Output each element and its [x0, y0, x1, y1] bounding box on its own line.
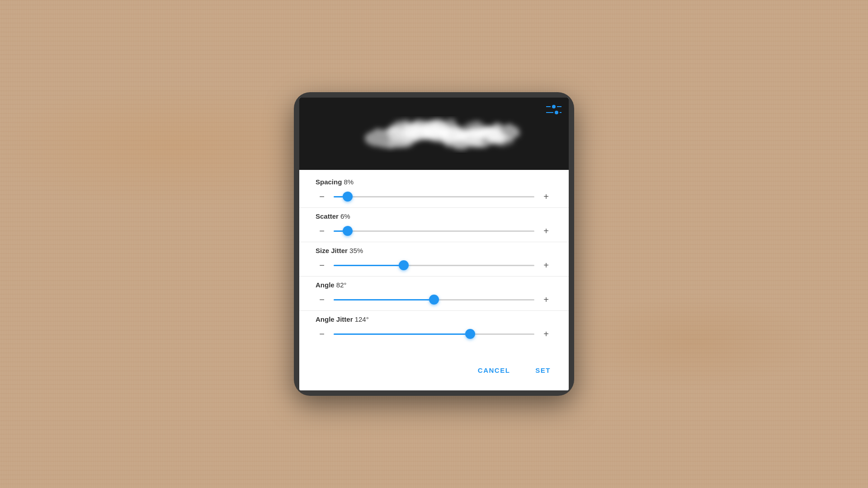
- spacing-slider[interactable]: [334, 190, 534, 203]
- angle-slider[interactable]: [334, 293, 534, 306]
- size-jitter-decrease[interactable]: −: [316, 259, 328, 272]
- size-jitter-label: Size Jitter 35%: [316, 247, 552, 254]
- dialog: Spacing 8% − + S: [299, 98, 569, 390]
- scatter-increase[interactable]: +: [540, 225, 552, 237]
- spacing-group: Spacing 8% − +: [299, 174, 569, 207]
- svg-point-14: [437, 129, 472, 141]
- angle-jitter-decrease[interactable]: −: [316, 328, 328, 340]
- size-jitter-group: Size Jitter 35% − +: [299, 242, 569, 276]
- angle-jitter-group: Angle Jitter 124° − +: [299, 311, 569, 345]
- spacing-increase[interactable]: +: [540, 190, 552, 203]
- svg-point-10: [387, 137, 414, 148]
- spacing-label: Spacing 8%: [316, 178, 552, 186]
- angle-increase[interactable]: +: [540, 293, 552, 306]
- angle-jitter-increase[interactable]: +: [540, 328, 552, 340]
- scatter-group: Scatter 6% − +: [299, 208, 569, 242]
- svg-point-15: [469, 127, 503, 140]
- angle-group: Angle 82° − +: [299, 277, 569, 310]
- sliders-icon-button[interactable]: [546, 105, 561, 114]
- spacing-decrease[interactable]: −: [316, 190, 328, 203]
- angle-decrease[interactable]: −: [316, 293, 328, 306]
- angle-jitter-label: Angle Jitter 124°: [316, 315, 552, 323]
- set-button[interactable]: SET: [530, 363, 556, 378]
- angle-jitter-slider[interactable]: [334, 328, 534, 340]
- scatter-slider[interactable]: [334, 225, 534, 237]
- size-jitter-increase[interactable]: +: [540, 259, 552, 272]
- scatter-decrease[interactable]: −: [316, 225, 328, 237]
- size-jitter-slider[interactable]: [334, 259, 534, 272]
- scatter-label: Scatter 6%: [316, 212, 552, 220]
- brush-preview: [299, 98, 569, 170]
- cancel-button[interactable]: CANCEL: [472, 363, 516, 378]
- sliders-section: Spacing 8% − + S: [299, 170, 569, 356]
- button-row: CANCEL SET: [299, 356, 569, 390]
- device-frame: Spacing 8% − + S: [294, 92, 574, 396]
- angle-label: Angle 82°: [316, 281, 552, 289]
